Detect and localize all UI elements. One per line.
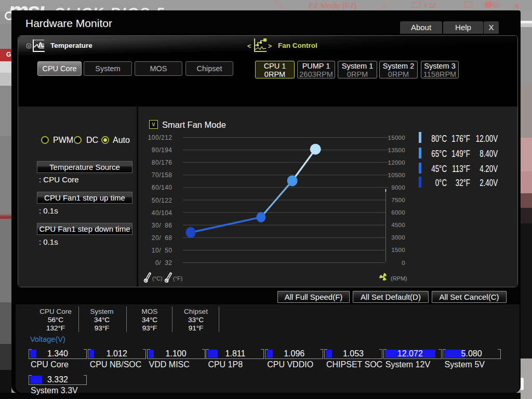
svg-text:70/158: 70/158 [152,171,172,179]
svg-text:40/104: 40/104 [152,209,172,217]
svg-text:60/140: 60/140 [152,184,172,191]
svg-text:80/176: 80/176 [152,159,172,166]
svg-text:4500: 4500 [391,222,405,228]
svg-text:30/ 86: 30/ 86 [152,222,172,229]
svg-text:12000: 12000 [388,159,405,166]
svg-text:0/ 32: 0/ 32 [155,259,172,267]
svg-text:7500: 7500 [391,197,405,203]
svg-text:9000: 9000 [391,184,405,191]
svg-text:10/ 50: 10/ 50 [152,247,172,254]
svg-text:13500: 13500 [388,147,405,153]
svg-text:0: 0 [402,260,405,266]
svg-text:15000: 15000 [388,135,405,141]
svg-text:10500: 10500 [388,172,405,178]
svg-text:20/ 68: 20/ 68 [152,234,172,242]
svg-text:90/194: 90/194 [152,147,172,154]
svg-text:100/212: 100/212 [148,134,172,141]
svg-text:1500: 1500 [391,247,405,253]
svg-text:3000: 3000 [391,234,405,241]
svg-text:6000: 6000 [391,209,405,216]
svg-text:50/122: 50/122 [152,197,172,204]
